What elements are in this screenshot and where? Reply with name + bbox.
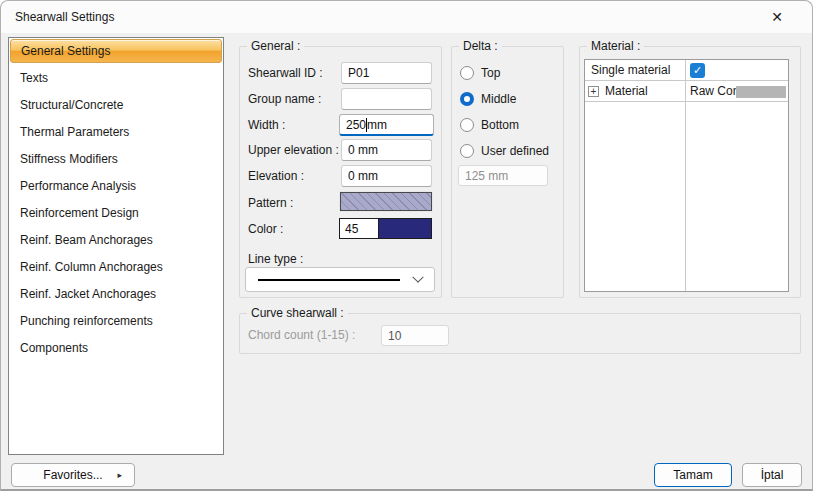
radio-circle-icon: [460, 118, 474, 132]
material-table: Single material ✓ + Material Raw Conc: [584, 59, 789, 292]
upper-elevation-value: 0 mm: [348, 143, 378, 157]
general-group-title: General :: [247, 39, 304, 53]
shearwall-id-value: P01: [348, 66, 369, 80]
material-browse-button: [736, 86, 786, 98]
general-group: General : Shearwall ID : P01 Group name …: [239, 46, 442, 298]
sidebar-item-reinf-beam-anchorages[interactable]: Reinf. Beam Anchorages: [9, 226, 223, 253]
color-value-field[interactable]: 45: [340, 219, 379, 238]
group-name-label: Group name :: [248, 92, 321, 106]
pattern-label: Pattern :: [248, 196, 293, 210]
user-defined-input[interactable]: 125 mm: [458, 165, 548, 186]
radio-top[interactable]: Top: [460, 66, 500, 80]
upper-elevation-field[interactable]: 0 mm: [341, 139, 432, 161]
sidebar-item-label: Punching reinforcements: [20, 314, 153, 328]
shearwall-settings-dialog: Shearwall Settings ✕ General Settings Te…: [0, 0, 813, 491]
radio-bottom[interactable]: Bottom: [460, 118, 519, 132]
material-value-cell[interactable]: Raw Conc: [685, 84, 788, 98]
material-group-title: Material :: [587, 39, 644, 53]
material-row-label: Material: [605, 84, 648, 98]
sidebar-item-reinforcement-design[interactable]: Reinforcement Design: [9, 199, 223, 226]
sidebar-item-reinf-column-anchorages[interactable]: Reinf. Column Anchorages: [9, 253, 223, 280]
pattern-swatch[interactable]: [340, 192, 432, 211]
sidebar-item-structural-concrete[interactable]: Structural/Concrete: [9, 91, 223, 118]
sidebar-item-label: General Settings: [21, 44, 110, 58]
width-label: Width :: [248, 118, 285, 132]
chord-count-value: 10: [388, 329, 401, 343]
radio-middle[interactable]: Middle: [460, 92, 516, 106]
delta-group-title: Delta :: [459, 39, 502, 53]
sidebar-item-thermal-parameters[interactable]: Thermal Parameters: [9, 118, 223, 145]
material-group: Material : Single material ✓ + Material …: [579, 46, 801, 298]
sidebar-item-reinf-jacket-anchorages[interactable]: Reinf. Jacket Anchorages: [9, 280, 223, 307]
favorites-button[interactable]: Favorites... ▸: [11, 463, 135, 487]
sidebar-item-label: Structural/Concrete: [20, 98, 123, 112]
single-material-checkbox[interactable]: ✓: [690, 63, 705, 78]
sidebar-item-components[interactable]: Components: [9, 334, 223, 361]
sidebar-item-label: Stiffness Modifiers: [20, 152, 118, 166]
color-label: Color :: [248, 222, 283, 236]
table-row: Single material ✓: [585, 60, 788, 81]
color-picker[interactable]: 45: [339, 218, 432, 239]
sidebar-item-label: Texts: [20, 71, 48, 85]
sidebar-item-label: Reinf. Column Anchorages: [20, 260, 163, 274]
title-bar: Shearwall Settings ✕: [1, 1, 812, 33]
sidebar-item-stiffness-modifiers[interactable]: Stiffness Modifiers: [9, 145, 223, 172]
radio-label: Middle: [481, 92, 516, 106]
sidebar-item-punching-reinforcements[interactable]: Punching reinforcements: [9, 307, 223, 334]
shearwall-id-field[interactable]: P01: [341, 62, 432, 84]
close-icon: ✕: [771, 9, 783, 25]
sidebar-item-label: Components: [20, 341, 88, 355]
sidebar-item-texts[interactable]: Texts: [9, 64, 223, 91]
material-row-label-cell: + Material: [585, 84, 685, 98]
shearwall-id-label: Shearwall ID :: [248, 66, 323, 80]
elevation-value: 0 mm: [348, 169, 378, 183]
upper-elevation-label: Upper elevation :: [248, 143, 339, 157]
radio-circle-icon: [460, 66, 474, 80]
chord-count-input[interactable]: 10: [381, 325, 449, 346]
single-material-label: Single material: [585, 63, 685, 77]
line-type-select[interactable]: [245, 267, 435, 292]
table-row: + Material Raw Conc: [585, 81, 788, 102]
width-value: 250: [346, 118, 366, 132]
expand-plus-icon[interactable]: +: [588, 86, 599, 97]
ok-label: Tamam: [673, 468, 712, 482]
chord-count-label: Chord count (1-15) :: [248, 328, 355, 342]
line-type-label: Line type :: [248, 252, 303, 266]
radio-label: User defined: [481, 144, 549, 158]
ok-button[interactable]: Tamam: [654, 463, 732, 487]
radio-circle-icon: [460, 144, 474, 158]
sidebar-item-label: Reinf. Beam Anchorages: [20, 233, 153, 247]
cancel-button[interactable]: İptal: [742, 463, 802, 487]
color-swatch[interactable]: [379, 219, 431, 238]
sidebar-item-general-settings[interactable]: General Settings: [10, 39, 222, 63]
sidebar-item-performance-analysis[interactable]: Performance Analysis: [9, 172, 223, 199]
favorites-label: Favorites...: [43, 468, 102, 482]
arrow-right-icon: ▸: [117, 470, 122, 480]
radio-label: Top: [481, 66, 500, 80]
check-icon: ✓: [693, 64, 702, 77]
settings-nav: General Settings Texts Structural/Concre…: [8, 37, 224, 455]
window-title: Shearwall Settings: [15, 1, 114, 33]
elevation-field[interactable]: 0 mm: [341, 165, 432, 187]
sidebar-item-label: Reinf. Jacket Anchorages: [20, 287, 156, 301]
width-unit: mm: [367, 118, 387, 132]
curve-shearwall-group: Curve shearwall : Chord count (1-15) : 1…: [239, 313, 801, 354]
user-defined-value: 125 mm: [465, 169, 508, 183]
sidebar-item-label: Reinforcement Design: [20, 206, 139, 220]
sidebar-item-label: Thermal Parameters: [20, 125, 129, 139]
delta-group: Delta : Top Middle Bottom User defined 1…: [451, 46, 564, 298]
radio-selected-icon: [460, 92, 474, 106]
color-value: 45: [345, 222, 358, 236]
radio-user-defined[interactable]: User defined: [460, 144, 549, 158]
sidebar-item-label: Performance Analysis: [20, 179, 136, 193]
line-sample: [258, 279, 400, 281]
radio-label: Bottom: [481, 118, 519, 132]
chevron-down-icon: [412, 271, 423, 282]
width-field[interactable]: 250mm: [339, 114, 434, 136]
close-button[interactable]: ✕: [760, 2, 794, 32]
elevation-label: Elevation :: [248, 169, 304, 183]
curve-group-title: Curve shearwall :: [247, 306, 348, 320]
cancel-label: İptal: [761, 468, 784, 482]
group-name-field[interactable]: [341, 88, 432, 110]
